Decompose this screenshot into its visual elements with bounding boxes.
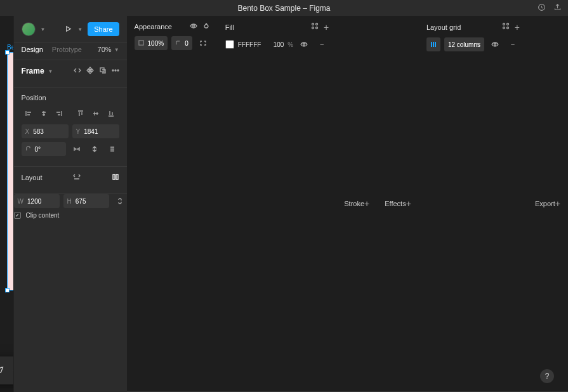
grid-type-icon[interactable] bbox=[426, 37, 440, 51]
add-fill-icon[interactable]: + bbox=[324, 22, 329, 32]
rotation-input[interactable]: 0° bbox=[22, 142, 66, 156]
svg-point-14 bbox=[312, 23, 314, 25]
add-export-icon[interactable]: + bbox=[555, 199, 560, 209]
copy-icon[interactable] bbox=[99, 67, 107, 75]
more-position-icon[interactable] bbox=[105, 142, 119, 156]
fill-title: Fill bbox=[225, 23, 234, 31]
grid-remove-icon[interactable]: − bbox=[506, 37, 520, 51]
add-grid-icon[interactable]: + bbox=[515, 22, 520, 32]
svg-point-12 bbox=[192, 25, 194, 27]
width-input[interactable]: W1200 bbox=[14, 194, 60, 208]
help-button[interactable]: ? bbox=[540, 369, 554, 383]
constrain-icon[interactable] bbox=[113, 194, 127, 208]
zoom-control[interactable]: 70%▼ bbox=[98, 46, 119, 53]
fill-swatch[interactable] bbox=[225, 40, 234, 49]
align-right[interactable] bbox=[52, 107, 66, 121]
svg-point-15 bbox=[316, 23, 318, 25]
styles-icon[interactable] bbox=[311, 22, 319, 32]
tab-prototype[interactable]: Prototype bbox=[52, 46, 82, 53]
position-title: Position bbox=[22, 94, 46, 101]
export-title: Export bbox=[535, 200, 555, 207]
grid-styles-icon[interactable] bbox=[502, 22, 510, 32]
frame-chevron[interactable]: ▼ bbox=[48, 69, 53, 74]
x-input[interactable]: X583 bbox=[22, 124, 69, 138]
present-button[interactable] bbox=[64, 25, 72, 34]
stroke-title: Stroke bbox=[344, 200, 364, 207]
align-left[interactable] bbox=[22, 107, 36, 121]
flip-h-icon[interactable] bbox=[70, 142, 84, 156]
avatar[interactable] bbox=[22, 22, 36, 36]
toolbar: ▼ ▼ ▼ ▼ bbox=[0, 356, 13, 384]
autolayout-h-icon[interactable] bbox=[112, 173, 119, 182]
svg-rect-11 bbox=[116, 174, 118, 180]
frame-bento[interactable] bbox=[7, 52, 13, 291]
fill-pct: % bbox=[287, 41, 293, 48]
fill-hex[interactable]: FFFFFF bbox=[238, 41, 261, 48]
canvas[interactable]: Bento 1200 × 675 Columns ▼ Count 12 bbox=[0, 16, 13, 392]
export-icon[interactable] bbox=[553, 3, 562, 13]
component-icon[interactable] bbox=[86, 67, 94, 75]
opacity-input[interactable]: 100% bbox=[135, 36, 168, 50]
clock-icon[interactable] bbox=[538, 3, 546, 13]
document-title: Bento Box Sample – Figma bbox=[237, 4, 330, 13]
present-chevron[interactable]: ▼ bbox=[77, 27, 83, 32]
autolayout-v-icon[interactable] bbox=[73, 173, 81, 182]
clip-label: Clip content bbox=[26, 212, 60, 219]
fill-remove-icon[interactable]: − bbox=[315, 37, 329, 51]
layout-title: Layout bbox=[22, 174, 43, 181]
clip-checkbox[interactable]: ✓ bbox=[14, 212, 21, 219]
align-bottom[interactable] bbox=[104, 107, 118, 121]
frame-type-label[interactable]: Frame bbox=[22, 67, 44, 75]
appearance-title: Appearance bbox=[135, 23, 172, 30]
export-section: Export + bbox=[527, 16, 568, 392]
effects-title: Effects bbox=[385, 200, 406, 207]
svg-point-22 bbox=[506, 27, 508, 29]
tab-design[interactable]: Design bbox=[22, 46, 43, 53]
svg-point-21 bbox=[503, 27, 505, 29]
blend-icon[interactable] bbox=[202, 22, 210, 31]
svg-rect-23 bbox=[431, 42, 432, 47]
avatar-chevron[interactable]: ▼ bbox=[41, 27, 46, 32]
svg-rect-25 bbox=[435, 42, 436, 47]
fill-visibility-icon[interactable] bbox=[297, 37, 311, 51]
stroke-section: Stroke + bbox=[336, 16, 377, 392]
resize-handle-bl[interactable] bbox=[5, 288, 10, 292]
titlebar: Bento Box Sample – Figma bbox=[0, 0, 568, 16]
grid-visibility-icon[interactable] bbox=[488, 37, 502, 51]
align-hcenter[interactable] bbox=[37, 107, 51, 121]
align-vcenter[interactable] bbox=[89, 107, 103, 121]
layout-grid-columns bbox=[8, 53, 13, 290]
svg-point-17 bbox=[316, 27, 318, 29]
svg-point-18 bbox=[303, 44, 305, 46]
height-input[interactable]: H675 bbox=[63, 194, 109, 208]
svg-rect-10 bbox=[113, 174, 115, 180]
layout-grid-title: Layout grid bbox=[426, 23, 461, 31]
svg-point-20 bbox=[506, 23, 508, 25]
resize-handle-tl[interactable] bbox=[5, 50, 10, 55]
add-stroke-icon[interactable]: + bbox=[364, 199, 369, 209]
y-input[interactable]: Y1841 bbox=[72, 124, 119, 138]
more-icon[interactable] bbox=[112, 67, 119, 75]
svg-point-8 bbox=[115, 70, 116, 71]
align-top[interactable] bbox=[74, 107, 88, 121]
flip-v-icon[interactable] bbox=[88, 142, 102, 156]
add-effect-icon[interactable]: + bbox=[406, 199, 411, 209]
effects-section: Effects + bbox=[377, 16, 419, 392]
pen-tool-chevron[interactable]: ▼ bbox=[11, 369, 13, 373]
radius-individual-icon[interactable] bbox=[196, 36, 210, 50]
pen-tool[interactable] bbox=[0, 360, 10, 381]
right-panel: ▼ ▼ Share Design Prototype 70%▼ Frame ▼ bbox=[13, 16, 127, 392]
share-button[interactable]: Share bbox=[88, 22, 119, 36]
radius-input[interactable]: 0 bbox=[171, 36, 192, 50]
svg-point-9 bbox=[117, 70, 119, 71]
svg-point-7 bbox=[112, 70, 114, 71]
grid-value-select[interactable]: 12 columns bbox=[444, 37, 484, 51]
svg-rect-13 bbox=[138, 40, 143, 44]
visibility-icon[interactable] bbox=[190, 22, 197, 31]
svg-point-16 bbox=[312, 27, 314, 29]
svg-rect-24 bbox=[433, 42, 434, 47]
fill-alpha[interactable]: 100 bbox=[265, 41, 284, 48]
dev-ready-icon[interactable] bbox=[74, 67, 81, 75]
svg-point-26 bbox=[494, 44, 496, 46]
svg-point-19 bbox=[503, 23, 505, 25]
